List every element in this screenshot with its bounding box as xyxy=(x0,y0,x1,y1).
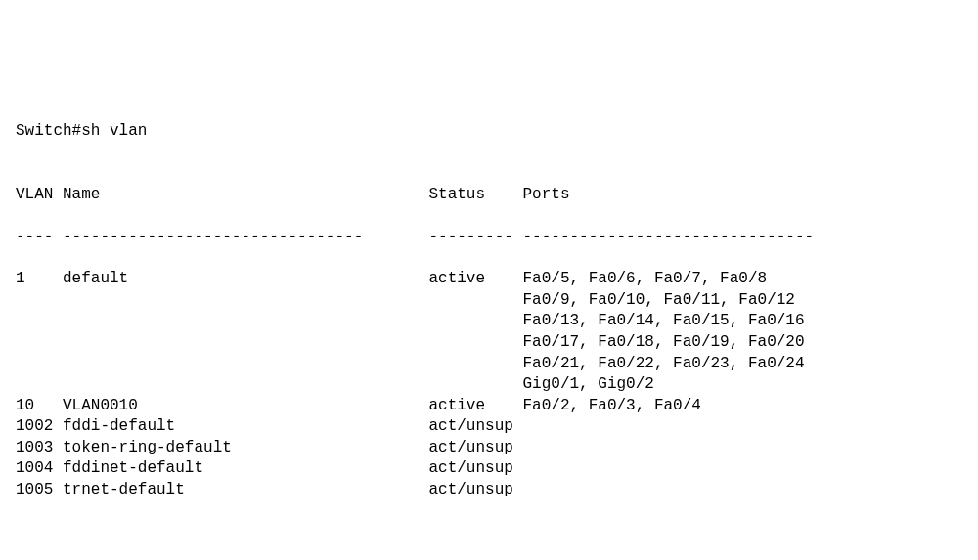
vlan-table-header: VLANNameStatusPorts xyxy=(16,185,962,206)
vlan-row: 1005trnet-defaultact/unsup xyxy=(16,480,962,501)
cell-vlan: 1004 xyxy=(16,458,63,480)
cell-name: default xyxy=(63,269,428,290)
cell-vlan: 1005 xyxy=(16,480,63,501)
ports-continuation: Fa0/9, Fa0/10, Fa0/11, Fa0/12 xyxy=(522,290,962,312)
hdr-name: Name xyxy=(63,185,428,206)
cell-status: act/unsup xyxy=(428,416,522,438)
command-line: Switch#sh vlan xyxy=(16,122,147,140)
cell-vlan: 1003 xyxy=(16,438,63,459)
vlan-row: 1defaultactiveFa0/5, Fa0/6, Fa0/7, Fa0/8 xyxy=(16,269,962,290)
cell-name: token-ring-default xyxy=(63,438,428,459)
vlan-row: 1003token-ring-defaultact/unsup xyxy=(16,438,962,459)
ports-continuation: Fa0/17, Fa0/18, Fa0/19, Fa0/20 xyxy=(522,332,962,354)
terminal-output: Switch#sh vlan VLANNameStatusPorts -----… xyxy=(16,100,962,560)
cell-ports: Fa0/2, Fa0/3, Fa0/4 xyxy=(522,396,898,417)
cell-vlan: 1 xyxy=(16,269,63,290)
cell-name: fddi-default xyxy=(63,416,428,438)
vlan-row: 10VLAN0010activeFa0/2, Fa0/3, Fa0/4 xyxy=(16,396,962,417)
hdr-status: Status xyxy=(428,185,522,206)
vlan-row: 1004fddinet-defaultact/unsup xyxy=(16,458,962,480)
hdr-vlan: VLAN xyxy=(16,185,63,206)
cell-name: VLAN0010 xyxy=(63,396,428,417)
ports-continuation: Fa0/21, Fa0/22, Fa0/23, Fa0/24 xyxy=(522,354,962,375)
ports-continuation: Gig0/1, Gig0/2 xyxy=(522,374,962,396)
vlan-row: 1002fddi-defaultact/unsup xyxy=(16,416,962,438)
cell-vlan: 10 xyxy=(16,396,63,417)
cell-name: trnet-default xyxy=(63,480,428,501)
cell-status: act/unsup xyxy=(428,438,522,459)
cell-name: fddinet-default xyxy=(63,458,428,480)
cell-status: active xyxy=(428,269,522,290)
vlan-table-divider: ----------------------------------------… xyxy=(16,227,962,248)
hdr-ports: Ports xyxy=(522,185,898,206)
cell-ports: Fa0/5, Fa0/6, Fa0/7, Fa0/8 xyxy=(522,269,898,290)
cell-status: act/unsup xyxy=(428,480,522,501)
cell-status: active xyxy=(428,396,522,417)
ports-continuation: Fa0/13, Fa0/14, Fa0/15, Fa0/16 xyxy=(522,311,962,332)
cell-status: act/unsup xyxy=(428,458,522,480)
cell-vlan: 1002 xyxy=(16,416,63,438)
